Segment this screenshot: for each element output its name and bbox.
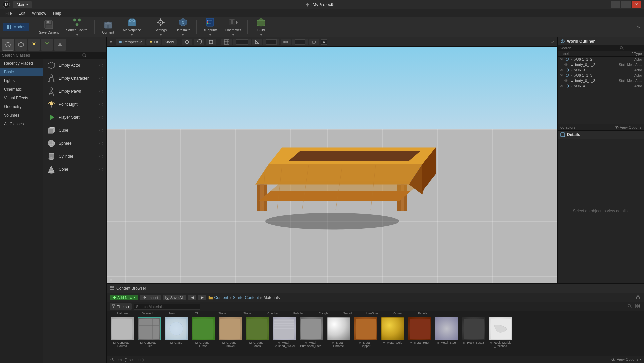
sidebar-item-lights[interactable]: Lights bbox=[0, 76, 43, 85]
menu-window[interactable]: Window bbox=[29, 10, 50, 16]
outliner-item-body-0-1-2[interactable]: 👁 body_0_1_2 StaticMeshAc... bbox=[558, 62, 644, 67]
viewport-expand-button[interactable]: ⤢ bbox=[550, 39, 555, 45]
material-metal-burnished-steel[interactable]: M_Metal_Burnished_Steel bbox=[299, 317, 324, 348]
material-ground-moss[interactable]: M_Ground_Moss bbox=[245, 317, 270, 348]
material-glass[interactable]: M_Glass bbox=[164, 317, 189, 348]
add-new-button[interactable]: Add New ▾ bbox=[110, 295, 138, 300]
viewport-menu-button[interactable]: ▼ bbox=[109, 40, 113, 44]
grid-size-input[interactable]: 10 bbox=[236, 39, 248, 45]
material-rock-basalt[interactable]: M_Rock_Basalt bbox=[461, 317, 486, 348]
modes-button[interactable]: Modes bbox=[3, 23, 29, 31]
outliner-search-input[interactable] bbox=[560, 46, 620, 50]
material-concrete-poured[interactable]: M_Concrete_Poured bbox=[110, 317, 135, 348]
show-button[interactable]: Show bbox=[162, 39, 177, 45]
actor-item-point-light[interactable]: Point Light ⓘ bbox=[43, 98, 106, 111]
material-ground-gravel[interactable]: M_Ground_Gravel bbox=[218, 317, 243, 348]
rotate-tool-button[interactable] bbox=[194, 39, 204, 45]
icon-tab-lights[interactable] bbox=[28, 39, 40, 51]
toolbar-expand-button[interactable]: » bbox=[636, 23, 641, 31]
content-button[interactable]: Content bbox=[98, 18, 118, 36]
sidebar-item-all-classes[interactable]: All Classes bbox=[0, 120, 43, 128]
outliner-item-xu6-4[interactable]: 👁 xU6_4 Actor bbox=[558, 83, 644, 89]
actor-item-player-start[interactable]: Player Start ⓘ bbox=[43, 111, 106, 124]
material-ground-grass[interactable]: M_Ground_Grass bbox=[191, 317, 216, 348]
material-metal-rust[interactable]: M_Metal_Rust bbox=[407, 317, 432, 348]
material-search-input[interactable] bbox=[134, 304, 200, 310]
actor-item-empty-actor[interactable]: Empty Actor ⓘ bbox=[43, 59, 106, 72]
sidebar-item-visual-effects[interactable]: Visual Effects bbox=[0, 94, 43, 102]
menu-help[interactable]: Help bbox=[50, 10, 65, 16]
material-metal-gold[interactable]: M_Metal_Gold bbox=[380, 317, 405, 348]
material-metal-brushed-nickel[interactable]: M_Metal_Brushed_Nickel bbox=[272, 317, 297, 348]
outliner-item-xu6-1-1-2[interactable]: 👁 xU6-1_1_2 Actor bbox=[558, 57, 644, 62]
build-button[interactable]: Build ▾ bbox=[251, 18, 271, 36]
camera-speed-button[interactable] bbox=[309, 39, 319, 45]
sidebar-item-basic[interactable]: Basic bbox=[0, 68, 43, 76]
rotation-input[interactable]: 10° bbox=[266, 39, 277, 45]
cinematics-button[interactable]: Cinematics ▾ bbox=[222, 18, 244, 36]
titlebar-tab[interactable]: Main • bbox=[13, 1, 32, 8]
rotation-input-button[interactable]: 10° bbox=[263, 39, 279, 45]
outliner-item-xu6-3[interactable]: 👁 xU6_3 Actor bbox=[558, 67, 644, 73]
grid-size-button[interactable]: 10 bbox=[233, 39, 251, 45]
sidebar-item-geometry[interactable]: Geometry bbox=[0, 102, 43, 111]
settings-button[interactable]: Settings ▾ bbox=[151, 18, 171, 36]
outliner-item-xu6-1-1-3[interactable]: 👁 xU6-1_1_3 Actor bbox=[558, 73, 644, 78]
maximize-button[interactable]: □ bbox=[621, 1, 631, 8]
lock-content-button[interactable] bbox=[635, 294, 641, 301]
icon-tab-recently-placed[interactable] bbox=[2, 39, 14, 51]
path-starter-content[interactable]: StarterContent bbox=[233, 295, 259, 300]
marketplace-button[interactable]: Marketplace ▾ bbox=[120, 18, 144, 36]
search-classes-input[interactable] bbox=[2, 53, 82, 58]
material-metal-copper[interactable]: M_Metal_Copper bbox=[353, 317, 378, 348]
viewport-canvas[interactable]: △ bbox=[107, 47, 557, 283]
lit-button[interactable]: Lit bbox=[146, 39, 161, 45]
forward-button[interactable]: ▶ bbox=[198, 295, 206, 300]
material-metal-steel[interactable]: M_Metal_Steel bbox=[434, 317, 459, 348]
save-all-button[interactable]: Save All bbox=[163, 295, 186, 300]
sidebar-item-recently-placed[interactable]: Recently Placed bbox=[0, 59, 43, 68]
view-options-label[interactable]: View Options bbox=[620, 125, 641, 129]
view-mode-button[interactable] bbox=[634, 303, 641, 310]
perspective-button[interactable]: Perspective bbox=[116, 39, 145, 45]
view-options-button[interactable]: View Options ▾ bbox=[617, 357, 641, 362]
scale-input-button[interactable]: 0.25 bbox=[292, 39, 308, 45]
actor-item-cone[interactable]: Cone ⓘ bbox=[43, 163, 106, 176]
icon-tab-shapes[interactable] bbox=[54, 39, 66, 51]
actor-item-sphere[interactable]: Sphere ⓘ bbox=[43, 137, 106, 150]
move-tool-button[interactable] bbox=[182, 39, 192, 45]
camera-speed-value[interactable]: 4 bbox=[321, 39, 327, 45]
outliner-item-body-0-1-3[interactable]: 👁 body_0_1_3 StaticMeshAc... bbox=[558, 78, 644, 83]
actor-item-empty-character[interactable]: Empty Character ⓘ bbox=[43, 72, 106, 85]
menu-edit[interactable]: Edit bbox=[15, 10, 29, 16]
minimize-button[interactable]: — bbox=[611, 1, 620, 8]
material-concrete-tiles[interactable]: M_Concrete_Tiles bbox=[137, 317, 162, 348]
icon-tab-basic[interactable] bbox=[15, 39, 27, 51]
source-control-button[interactable]: Source Control ▾ bbox=[63, 18, 91, 36]
surface-button[interactable] bbox=[221, 39, 232, 45]
scale-tool-button[interactable] bbox=[206, 39, 216, 45]
material-rock-marble-polished[interactable]: M_Rock_Marble_Polished bbox=[488, 317, 513, 348]
actor-item-empty-pawn[interactable]: Empty Pawn ⓘ bbox=[43, 85, 106, 98]
save-current-button[interactable]: Save Current bbox=[36, 18, 61, 36]
scale-input[interactable]: 0.25 bbox=[295, 39, 305, 45]
path-content[interactable]: Content bbox=[214, 295, 228, 300]
sidebar-item-cinematic[interactable]: Cinematic bbox=[0, 85, 43, 94]
back-button[interactable]: ◀ bbox=[188, 295, 196, 300]
import-button[interactable]: Import bbox=[140, 295, 161, 300]
path-materials[interactable]: Materials bbox=[264, 295, 280, 300]
icon-tab-nature[interactable] bbox=[41, 39, 53, 51]
actor-item-cylinder[interactable]: Cylinder ⓘ bbox=[43, 150, 106, 163]
close-button[interactable]: ✕ bbox=[632, 1, 641, 8]
datasmith-button[interactable]: D Datasmith ▾ bbox=[173, 18, 193, 36]
datasmith-icon: D bbox=[178, 17, 188, 27]
filter-button[interactable]: Filters ▾ bbox=[110, 303, 132, 310]
actor-item-cube[interactable]: Cube ⓘ bbox=[43, 124, 106, 137]
material-metal-chrome[interactable]: M_Metal_Chrome bbox=[326, 317, 351, 348]
svg-rect-36 bbox=[230, 20, 230, 24]
angle-snap-button[interactable] bbox=[252, 39, 262, 45]
blueprints-button[interactable]: Blueprints ▾ bbox=[200, 18, 220, 36]
sidebar-item-volumes[interactable]: Volumes bbox=[0, 111, 43, 120]
menu-file[interactable]: File bbox=[2, 10, 15, 16]
scale-snap-button[interactable] bbox=[281, 39, 291, 45]
